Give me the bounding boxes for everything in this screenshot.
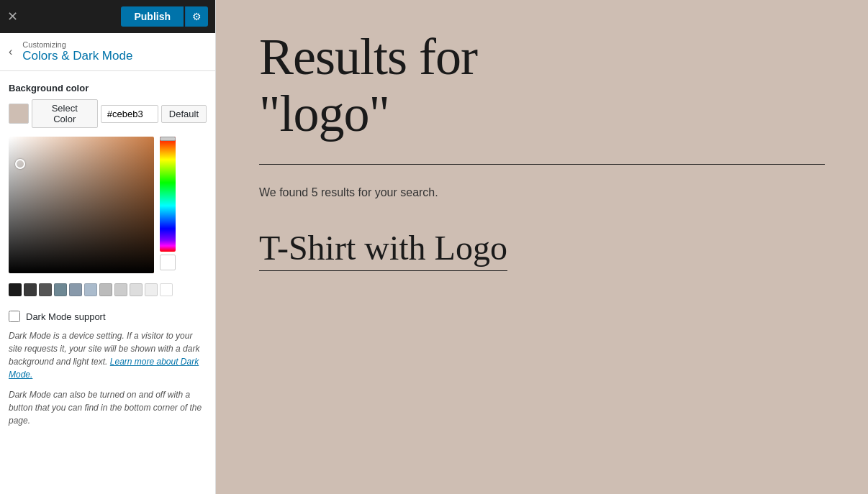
heading-line2: "logo"	[259, 85, 389, 142]
back-icon: ‹	[9, 45, 12, 58]
publish-area: Publish ⚙	[121, 6, 208, 27]
color-swatch[interactable]	[9, 104, 29, 124]
product-title[interactable]: T-Shirt with Logo	[259, 228, 507, 271]
back-button[interactable]: ‹	[9, 44, 18, 60]
divider	[259, 164, 825, 165]
default-button[interactable]: Default	[161, 105, 207, 123]
panel-content: Background color Select Color Default	[0, 71, 215, 494]
swatch-5[interactable]	[69, 283, 82, 296]
dark-mode-label[interactable]: Dark Mode support	[26, 311, 106, 322]
hue-slider-container	[160, 137, 176, 273]
dark-mode-description: Dark Mode is a device setting. If a visi…	[9, 329, 207, 381]
heading-line1: Results for	[259, 28, 477, 86]
swatches-row	[9, 283, 207, 296]
nav-bar: ‹ Customizing Colors & Dark Mode	[0, 33, 215, 71]
hue-slider[interactable]	[160, 137, 176, 252]
nav-text: Customizing Colors & Dark Mode	[22, 40, 132, 63]
color-gradient[interactable]	[9, 137, 154, 273]
color-picker-container	[9, 137, 207, 273]
dark-mode-section: Dark Mode support Dark Mode is a device …	[9, 308, 207, 427]
results-count: We found 5 results for your search.	[259, 186, 825, 199]
swatch-9[interactable]	[130, 283, 143, 296]
color-controls: Select Color Default	[9, 99, 207, 128]
dark-mode-checkbox-row: Dark Mode support	[9, 311, 207, 322]
section-title-plain: Colors &	[22, 49, 73, 63]
background-color-label: Background color	[9, 83, 207, 93]
top-bar: ✕ Publish ⚙	[0, 0, 215, 33]
dark-mode-description-2: Dark Mode can also be turned on and off …	[9, 388, 207, 427]
swatch-6[interactable]	[84, 283, 97, 296]
swatch-8[interactable]	[114, 283, 127, 296]
swatch-4[interactable]	[54, 283, 67, 296]
opacity-slider[interactable]	[160, 255, 176, 270]
close-icon: ✕	[7, 9, 18, 24]
swatch-10[interactable]	[145, 283, 158, 296]
customizing-label: Customizing	[22, 40, 132, 49]
gradient-overlay	[9, 137, 154, 273]
swatch-1[interactable]	[9, 283, 22, 296]
swatch-3[interactable]	[39, 283, 52, 296]
hue-handle[interactable]	[160, 137, 176, 141]
swatch-7[interactable]	[99, 283, 112, 296]
swatch-11[interactable]	[160, 283, 173, 296]
results-heading: Results for "logo"	[259, 29, 825, 142]
close-button[interactable]: ✕	[7, 10, 18, 23]
dark-mode-checkbox[interactable]	[9, 311, 20, 322]
left-panel: ✕ Publish ⚙ ‹ Customizing Colors & Dark …	[0, 0, 216, 494]
select-color-button[interactable]: Select Color	[32, 99, 98, 128]
publish-gear-button[interactable]: ⚙	[185, 6, 208, 27]
publish-button[interactable]: Publish	[121, 6, 184, 27]
section-title: Colors & Dark Mode	[22, 49, 132, 63]
swatch-2[interactable]	[24, 283, 37, 296]
section-title-accent: Dark Mode	[73, 49, 132, 63]
gear-icon: ⚙	[192, 11, 202, 22]
main-content: Results for "logo" We found 5 results fo…	[216, 0, 868, 494]
hex-input[interactable]	[101, 105, 158, 123]
